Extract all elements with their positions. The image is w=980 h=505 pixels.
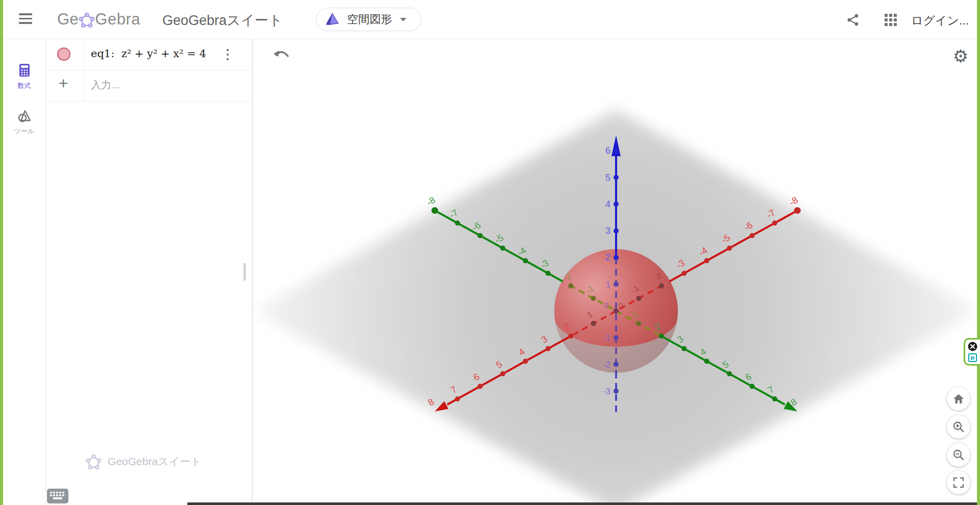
svg-text:0: 0 — [619, 301, 623, 309]
sidebar-item-label: 数式 — [3, 81, 45, 90]
fullscreen-icon — [953, 477, 964, 488]
eset-logo-icon[interactable]: e — [968, 353, 977, 362]
sidebar-item-algebra[interactable]: 数式 — [3, 63, 45, 90]
svg-text:2: 2 — [605, 252, 610, 262]
close-icon[interactable] — [968, 342, 977, 351]
svg-text:3: 3 — [605, 226, 610, 236]
share-button[interactable] — [844, 11, 862, 29]
row-menu-icon[interactable] — [222, 46, 234, 63]
undo-icon — [272, 47, 290, 63]
origin-point — [614, 308, 619, 314]
svg-text:4: 4 — [605, 199, 610, 209]
home-view-button[interactable] — [947, 387, 970, 411]
svg-text:5: 5 — [605, 173, 610, 183]
zoom-out-button[interactable] — [947, 443, 970, 467]
window-bottom-edge — [187, 502, 977, 505]
algebra-panel: eq1: z² + y² + x² = 4 + 入力... GeoGebraスイ… — [45, 39, 252, 505]
geogebra-pentagon-icon — [79, 12, 94, 28]
svg-text:0: 0 — [604, 301, 608, 309]
undo-button[interactable] — [272, 47, 290, 64]
logo-text-right: Gebra — [95, 10, 140, 29]
app-switcher-label: 空間図形 — [347, 12, 392, 27]
svg-text:-3: -3 — [603, 387, 610, 396]
svg-text:-2: -2 — [603, 360, 610, 369]
geogebra-logo: Ge Gebra — [57, 9, 140, 30]
virtual-keyboard-button[interactable] — [47, 489, 68, 503]
apps-grid-icon — [884, 13, 897, 27]
calculator-icon — [19, 63, 30, 77]
algebra-input[interactable]: 入力... — [91, 78, 120, 92]
sidebar-item-tools[interactable]: ツール — [3, 109, 45, 136]
equation-row-text[interactable]: eq1: z² + y² + x² = 4 — [91, 47, 206, 60]
tools-icon — [17, 109, 32, 123]
object-visibility-toggle[interactable] — [57, 47, 70, 61]
3d-graphics-view[interactable]: -8-7-6-5-4-3-2-112345678-8-7-6-5-4-3-2-1… — [252, 39, 977, 505]
geogebra-pentagon-icon — [86, 453, 102, 470]
login-button[interactable]: ログイン... — [911, 13, 969, 29]
home-icon — [952, 393, 965, 405]
3d-scene[interactable]: -8-7-6-5-4-3-2-112345678-8-7-6-5-4-3-2-1… — [252, 39, 977, 505]
app-switcher-dropdown[interactable]: 空間図形 — [316, 8, 422, 31]
antivirus-overlay-widget: e — [964, 338, 980, 366]
graphics-settings-button[interactable]: ⚙ — [951, 46, 970, 66]
fullscreen-button[interactable] — [947, 471, 970, 494]
watermark: GeoGebraスイート — [86, 453, 202, 470]
gear-icon: ⚙ — [953, 46, 968, 66]
app-header: Ge Gebra GeoGebraスイート 空間図形 — [3, 0, 977, 39]
pyramid-icon — [325, 12, 340, 27]
add-input-button[interactable]: + — [51, 72, 76, 94]
divider — [45, 101, 252, 102]
suite-title: GeoGebraスイート — [162, 11, 283, 30]
watermark-text: GeoGebraスイート — [108, 454, 202, 469]
svg-text:-8: -8 — [425, 195, 437, 207]
left-rail: 数式 ツール — [3, 39, 46, 505]
screen-edge-left — [0, 0, 3, 505]
zoom-out-icon — [952, 449, 965, 461]
divider — [45, 70, 252, 70]
panel-scrollbar[interactable] — [243, 263, 246, 281]
svg-text:1: 1 — [606, 280, 610, 289]
apps-grid-button[interactable] — [882, 11, 899, 29]
menu-icon[interactable] — [19, 13, 33, 26]
svg-text:-8: -8 — [788, 195, 800, 207]
chevron-down-icon — [400, 18, 406, 21]
logo-text-left: Ge — [57, 10, 79, 29]
svg-text:6: 6 — [605, 146, 610, 156]
sidebar-item-label: ツール — [3, 127, 45, 136]
share-icon — [846, 13, 860, 27]
svg-text:-1: -1 — [603, 333, 610, 342]
screen-edge-right — [977, 0, 980, 505]
keyboard-icon — [49, 491, 66, 502]
zoom-in-button[interactable] — [947, 415, 970, 439]
zoom-in-icon — [952, 421, 965, 433]
